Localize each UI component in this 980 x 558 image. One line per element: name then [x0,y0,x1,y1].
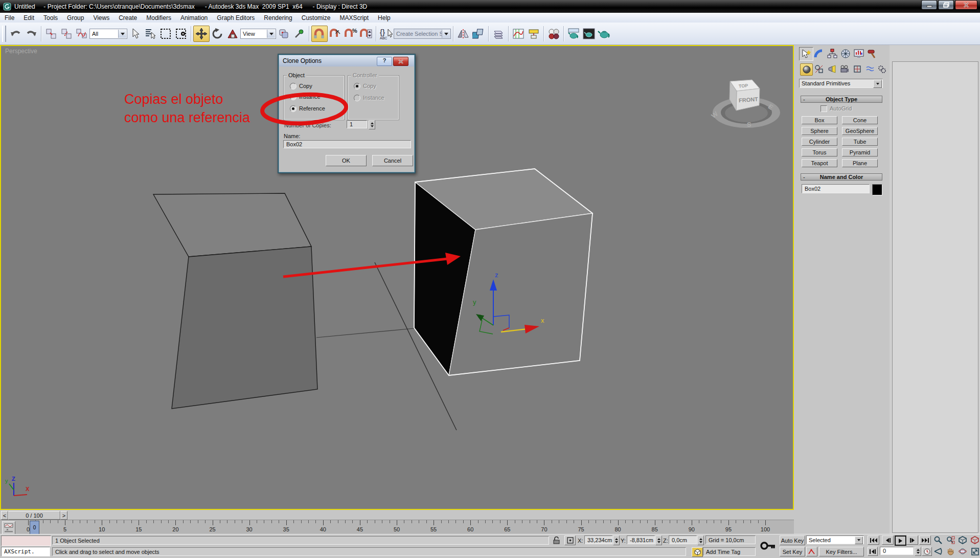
zoom-all-icon[interactable] [945,535,956,545]
category-spacewarps-icon[interactable] [864,63,876,75]
cancel-button[interactable]: Cancel [372,155,413,166]
rectangular-selection-region-icon[interactable] [158,26,173,41]
menu-create[interactable]: Create [114,13,142,23]
object-copy-radio[interactable] [290,83,297,90]
undo-icon[interactable] [8,26,24,41]
go-to-end-button[interactable] [919,535,931,545]
curve-editor-icon[interactable] [511,26,526,41]
close-button[interactable] [955,0,977,10]
zoom-icon[interactable] [932,535,944,545]
primitive-category-dropdown[interactable]: Standard Primitives [799,79,883,88]
use-pivot-point-icon[interactable] [276,26,291,41]
copies-spinner[interactable] [369,120,375,129]
viewcube[interactable]: W S E TOP FRONT [710,80,780,128]
previous-key-button[interactable] [882,535,894,545]
menu-modifiers[interactable]: Modifiers [142,13,176,23]
named-selection-sets-icon[interactable]: {}ABC [378,26,394,41]
create-pyramid-button[interactable]: Pyramid [842,148,878,157]
z-coordinate-field[interactable]: 0,0cm [669,535,697,544]
time-slider-button[interactable]: 0 / 100 [8,511,60,520]
category-helpers-icon[interactable] [851,63,863,75]
snaps-toggle-3d-icon[interactable] [311,26,328,42]
default-in-out-tangents-icon[interactable] [806,547,817,556]
set-key-button[interactable]: Set Key [780,547,805,556]
category-geometry-icon[interactable] [800,63,813,76]
material-editor-icon[interactable] [546,26,561,41]
rendered-frame-window-icon[interactable] [581,26,597,41]
auto-key-button[interactable]: Auto Key [780,535,805,545]
x-coordinate-field[interactable]: 33,234cm [584,535,612,544]
current-frame-field[interactable]: 0 [880,547,914,555]
object-name-field[interactable]: Box02 [802,184,870,193]
mirror-icon[interactable] [455,26,471,41]
object-instance-label[interactable]: Instance [299,94,321,100]
create-teapot-button[interactable]: Teapot [802,159,837,167]
create-sphere-button[interactable]: Sphere [802,127,837,135]
bind-to-space-warp-icon[interactable] [74,26,89,41]
create-tube-button[interactable]: Tube [842,138,878,146]
menu-maxscript[interactable]: MAXScript [335,13,373,23]
viewport-label[interactable]: Perspective [5,48,37,55]
ok-button[interactable]: OK [326,155,367,166]
restore-button[interactable] [938,0,954,10]
tab-display[interactable] [852,47,865,60]
key-filters-button[interactable]: Key Filters... [819,547,864,556]
select-by-name-icon[interactable] [143,26,158,41]
category-shapes-icon[interactable] [813,63,825,75]
select-and-scale-icon[interactable] [225,26,240,41]
previous-frame-button[interactable]: < [1,511,8,520]
render-icon[interactable] [597,26,612,41]
percent-snap-icon[interactable]: % [343,26,358,41]
named-selection-set-dropdown[interactable]: Create Selection Set [394,29,451,39]
dropdown-arrow-icon[interactable] [855,537,863,544]
window-crossing-icon[interactable] [173,26,189,41]
object-color-swatch[interactable] [872,184,882,195]
tab-modify[interactable] [812,47,826,60]
category-cameras-icon[interactable] [838,63,850,75]
animate-mode-dropdown[interactable]: Selected [806,535,864,544]
create-plane-button[interactable]: Plane [842,159,878,167]
toolbar-grip[interactable] [2,26,6,42]
menu-file[interactable]: File [0,13,19,23]
create-cone-button[interactable]: Cone [842,116,878,124]
select-and-manipulate-icon[interactable] [291,26,307,41]
name-field[interactable]: Box02 [283,140,411,148]
select-and-link-icon[interactable] [43,26,59,41]
select-object-icon[interactable] [127,26,143,41]
tab-hierarchy[interactable] [826,47,839,60]
frame-spinner[interactable] [915,547,921,556]
dialog-help-button[interactable]: ? [377,57,392,66]
copies-field[interactable]: 1 [347,120,367,128]
create-torus-button[interactable]: Torus [802,148,837,157]
x-spinner[interactable] [613,535,620,545]
dropdown-arrow-icon[interactable] [442,30,450,38]
select-and-rotate-icon[interactable] [210,26,225,41]
menu-edit[interactable]: Edit [19,13,39,23]
autogrid-checkbox[interactable] [821,105,827,112]
menu-group[interactable]: Group [62,13,88,23]
play-animation-button[interactable] [895,535,906,546]
object-reference-radio[interactable] [290,105,297,112]
absolute-mode-toggle-icon[interactable] [564,535,576,545]
z-spinner[interactable] [697,535,704,545]
zoom-extents-icon[interactable] [957,535,968,545]
schematic-view-icon[interactable] [526,26,541,41]
object-reference-label[interactable]: Reference [299,105,325,111]
minimize-button[interactable] [921,0,937,10]
collapse-icon[interactable]: - [803,96,805,102]
render-setup-icon[interactable] [566,26,581,41]
set-keys-key-icon[interactable] [760,539,776,552]
unlink-selection-icon[interactable] [59,26,74,41]
go-to-start-button[interactable] [868,535,879,545]
object-copy-label[interactable]: Copy [299,83,312,89]
y-coordinate-field[interactable]: -8,831cm [627,535,655,544]
scene-box-clone-selected[interactable] [414,169,592,375]
selection-filter-dropdown[interactable]: All [89,29,127,39]
selection-lock-icon[interactable] [553,537,560,544]
select-and-move-icon[interactable] [193,26,210,42]
object-instance-radio[interactable] [290,94,297,100]
collapse-icon[interactable]: - [803,174,805,180]
tab-utilities[interactable] [865,47,879,60]
arc-rotate-icon[interactable] [957,546,968,556]
name-color-rollout-header[interactable]: - Name and Color [801,173,882,181]
